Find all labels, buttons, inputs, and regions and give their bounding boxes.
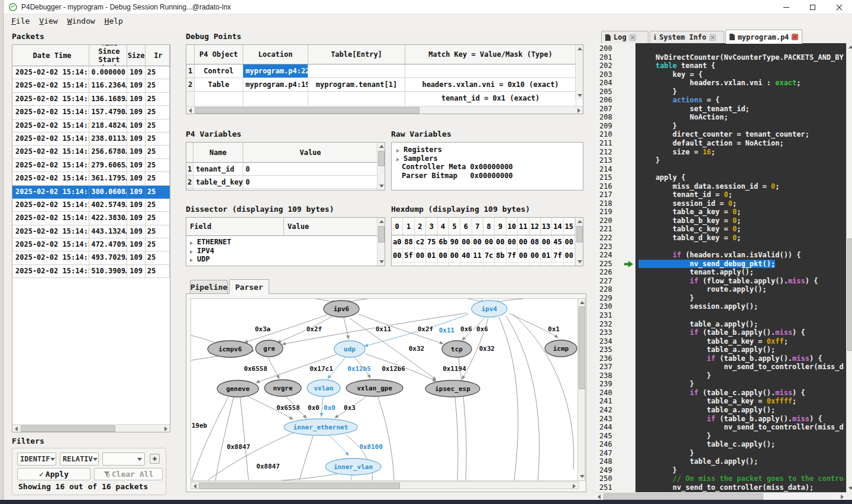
scroll-thumb[interactable]	[604, 493, 763, 500]
parser-node-nvgre[interactable]: nvgre	[264, 380, 301, 396]
scroll-left-icon[interactable]	[186, 106, 194, 114]
line-number[interactable]: 236	[595, 354, 635, 363]
line-number[interactable]: 246	[595, 440, 635, 449]
raw-variables-panel[interactable]: RegistersSamplersController Meta 0x00000…	[391, 142, 583, 190]
parser-node-udp[interactable]: udp	[334, 341, 365, 357]
tab-close-icon[interactable]	[792, 34, 798, 40]
scroll-up-icon[interactable]	[576, 218, 583, 225]
line-number[interactable]: 206	[595, 96, 635, 105]
packet-row[interactable]: 2025-02-02 15:14:54402.5749…10925	[12, 199, 170, 212]
dissector-column-header[interactable]: Value	[284, 218, 378, 235]
line-number[interactable]: 239	[595, 380, 635, 389]
tab-close-icon[interactable]	[630, 34, 636, 41]
packet-row[interactable]: 2025-02-02 15:14:54256.6780…10925	[12, 146, 170, 159]
scroll-down-icon[interactable]	[377, 258, 385, 266]
dissector-protocol-item[interactable]: IPV4	[186, 247, 385, 256]
debug-points-column-header[interactable]: Location	[243, 45, 308, 64]
hexdump-row[interactable]: a088c2756b9000000000000008004500	[392, 235, 575, 249]
line-number[interactable]: 211	[595, 139, 635, 148]
line-number[interactable]: 247	[595, 449, 635, 458]
packet-row[interactable]: 2025-02-02 15:14:530.00000010925	[12, 66, 170, 79]
filter-mode-select[interactable]: RELATIV	[60, 453, 99, 466]
packet-row[interactable]: 2025-02-02 15:14:54361.1795…10925	[12, 172, 170, 185]
tab-pipeline[interactable]: Pipeline	[190, 280, 228, 294]
packet-row[interactable]: 2025-02-02 15:14:53157.4790…10925	[12, 106, 170, 119]
line-number[interactable]: 218	[595, 199, 635, 208]
p4-variables-column-header[interactable]: Value	[243, 143, 378, 162]
line-number[interactable]: 220	[595, 217, 635, 225]
apply-filters-button[interactable]: ✓ Apply	[17, 468, 91, 480]
line-number[interactable]: 235	[595, 345, 635, 354]
tree-expand-icon[interactable]	[190, 241, 195, 245]
line-number[interactable]: 200	[595, 44, 635, 53]
debug-points-table[interactable]: P4 ObjectLocationTable[Entry]Match Key =…	[186, 44, 583, 114]
line-number[interactable]: 212	[595, 148, 635, 157]
hexdump-row[interactable]: 005f0001000040117c8b7f0000017f00	[392, 249, 575, 263]
packet-row[interactable]: 2025-02-02 15:14:54472.4709…10925	[12, 238, 170, 251]
raw-variable-item[interactable]: Controller Meta 0x00000000	[395, 163, 583, 172]
line-number[interactable]: 227	[595, 277, 635, 286]
packets-column-header[interactable]: Time Since Start (ms)	[89, 45, 127, 66]
scroll-down-icon[interactable]	[847, 484, 852, 492]
editor-hscrollbar[interactable]	[595, 492, 846, 500]
line-number[interactable]: 250	[595, 474, 635, 483]
line-number[interactable]: 244	[595, 423, 635, 432]
line-number[interactable]: 249	[595, 466, 635, 475]
scroll-thumb[interactable]	[378, 226, 385, 243]
debug-points-hscrollbar[interactable]	[186, 106, 583, 114]
scroll-thumb[interactable]	[576, 226, 583, 243]
raw-variable-item[interactable]: Samplers	[395, 154, 583, 163]
graph-hscrollbar[interactable]	[191, 482, 579, 489]
line-number[interactable]: 210	[595, 130, 635, 139]
scroll-left-icon[interactable]	[191, 482, 199, 490]
packet-row[interactable]: 2025-02-02 15:14:53218.4824…10925	[12, 119, 170, 133]
parser-node-ipsec_esp[interactable]: ipsec_esp	[425, 380, 480, 397]
line-number[interactable]: 225	[595, 260, 635, 269]
line-number[interactable]: 204	[595, 79, 635, 88]
line-number[interactable]: 208	[595, 113, 635, 122]
line-number[interactable]: 205	[595, 88, 635, 96]
line-number[interactable]: 207	[595, 105, 635, 114]
packet-row[interactable]: 2025-02-02 15:14:53116.2364…10925	[12, 79, 170, 92]
line-number[interactable]: 231	[595, 311, 635, 320]
packet-row[interactable]: 2025-02-02 15:14:53136.1689…10925	[12, 93, 170, 106]
tree-expand-icon[interactable]	[190, 259, 195, 262]
line-number[interactable]: 238	[595, 371, 635, 380]
menu-item-help[interactable]: Help	[101, 16, 127, 26]
debug-points-column-header[interactable]	[186, 45, 195, 64]
scroll-down-icon[interactable]	[578, 473, 586, 480]
line-number[interactable]: 228	[595, 285, 635, 294]
line-number[interactable]: 203	[595, 70, 635, 79]
parser-node-geneve[interactable]: geneve	[217, 380, 259, 397]
line-number[interactable]: 241	[595, 397, 635, 406]
scroll-up-icon[interactable]	[576, 45, 583, 53]
line-number[interactable]: 215	[595, 173, 635, 182]
packet-row[interactable]: 2025-02-02 15:14:54279.6065…10925	[12, 159, 170, 172]
debug-point-row[interactable]: 1Controlmyprogram.p4:225	[186, 64, 583, 78]
tab-close-icon[interactable]	[709, 34, 716, 41]
debug-point-row[interactable]: 2Tablemyprogram.p4:196myprogram.tenant[1…	[186, 78, 583, 92]
scroll-thumb[interactable]	[199, 483, 400, 489]
variable-row[interactable]: 3table_a_key0	[186, 189, 385, 190]
line-number[interactable]: 251	[595, 483, 635, 492]
add-filter-button[interactable]: +	[150, 454, 160, 464]
packets-column-header[interactable]: Date Time	[12, 45, 89, 66]
line-number[interactable]: 240	[595, 389, 635, 398]
editor-tab-log[interactable]: Log	[601, 31, 648, 43]
filter-type-select[interactable]: IDENTIF	[17, 453, 56, 466]
line-number[interactable]: 224	[595, 251, 635, 260]
tree-expand-icon[interactable]	[190, 250, 195, 254]
line-number[interactable]: 230	[595, 302, 635, 311]
packets-hscrollbar[interactable]	[12, 424, 170, 432]
raw-variable-item[interactable]: Parser Bitmap 0x00000000	[395, 172, 583, 180]
debug-points-column-header[interactable]: Match Key = Value/Mask (Type)	[405, 45, 576, 64]
debug-points-column-header[interactable]: P4 Object	[195, 45, 243, 64]
hexdump-row[interactable]: 000112b512b5004b00d70a0000000000	[392, 263, 575, 266]
line-number[interactable]: 209	[595, 122, 635, 131]
line-number[interactable]: 229	[595, 294, 635, 303]
line-number[interactable]: 237	[595, 363, 635, 371]
filter-value-combobox[interactable]	[102, 453, 145, 466]
parser-node-inner_ethernet[interactable]: inner_ethernet	[284, 419, 357, 435]
hexdump-table[interactable]: 0123456789101112131415 a088c2756b9000000…	[391, 217, 583, 266]
p4-variables-table[interactable]: NameValue 1tenant_id02table_d_key03table…	[186, 142, 385, 190]
